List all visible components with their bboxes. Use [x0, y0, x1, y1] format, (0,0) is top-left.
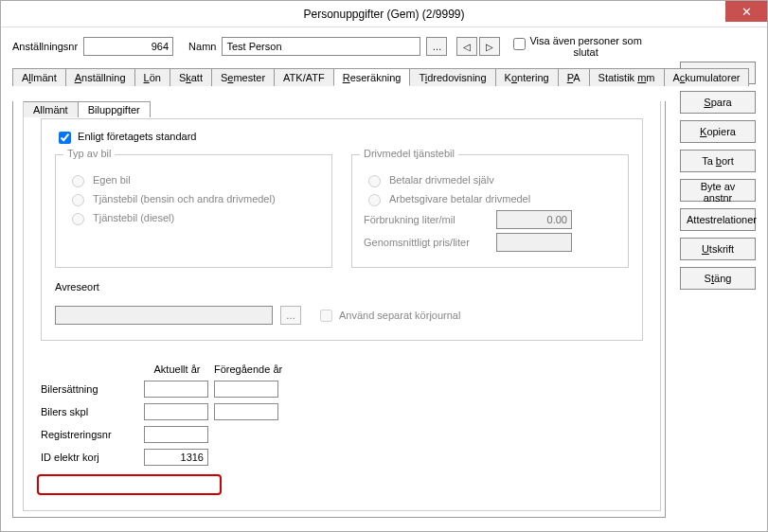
id-elektr-korj-input[interactable]	[144, 449, 208, 466]
main-tabs: Allmänt Anställning Lön Skatt Semester A…	[12, 67, 666, 86]
avreseort-label: Avreseort	[55, 281, 629, 293]
foregaende-ar-label: Föregående år	[214, 364, 280, 375]
tab-statistik[interactable]: Statistik mm	[589, 68, 665, 86]
aktuellt-ar-label: Aktuellt år	[144, 364, 210, 375]
registreringsnr-input[interactable]	[144, 426, 208, 443]
separat-korjournal-checkbox	[320, 310, 332, 322]
stang-button[interactable]: Stäng	[680, 267, 756, 290]
registreringsnr-label: Registreringsnr	[41, 429, 140, 440]
visa-label-2: slutat	[529, 46, 641, 58]
visa-label-1: Visa även personer som	[529, 35, 641, 46]
forbrukning-input	[496, 210, 572, 229]
avreseort-lookup-button: …	[280, 306, 301, 325]
main-panel: Allmänt Biluppgifter Enligt företagets s…	[12, 101, 666, 518]
genomsnitt-label: Genomsnittligt pris/liter	[364, 237, 487, 248]
highlight-box	[37, 474, 222, 495]
tab-pa[interactable]: PA	[558, 68, 590, 86]
kopiera-button[interactable]: Kopiera	[680, 120, 756, 143]
inner-panel: Enligt företagets standard Typ av bil Eg…	[23, 101, 661, 511]
window-title: Personuppgifter (Gem) (2/9999)	[303, 8, 464, 21]
visa-personer-group: Visa även personer som slutat	[509, 35, 641, 58]
betalar-sjalv-label: Betalar drivmedel själv	[389, 174, 494, 186]
forbrukning-label: Förbrukning liter/mil	[364, 214, 487, 225]
bottom-grid: Aktuellt år Föregående år Bilersättning …	[41, 364, 643, 466]
tjanstebil-diesel-label: Tjänstebil (diesel)	[93, 212, 174, 223]
bilersattning-aktuellt-input[interactable]	[144, 381, 208, 398]
tab-ackumulatorer[interactable]: Ackumulatorer	[664, 68, 750, 86]
tab-lon[interactable]: Lön	[134, 68, 170, 86]
tab-tidredovisning[interactable]: Tidredovisning	[409, 68, 495, 86]
tjanstebil-bensin-radio	[72, 194, 84, 206]
tjanstebil-bensin-label: Tjänstebil (bensin och andra drivmedel)	[93, 193, 276, 204]
attestrelationer-button[interactable]: Attestrelationer	[680, 208, 756, 231]
tab-semester[interactable]: Semester	[211, 68, 275, 86]
prev-button[interactable]: ◁	[456, 37, 477, 56]
tab-reserakning[interactable]: Reseräkning	[333, 68, 411, 86]
byte-anstnr-button[interactable]: Byte av anstnr	[680, 179, 756, 202]
separat-korjournal-label: Använd separat körjournal	[339, 310, 460, 321]
triangle-right-icon: ▷	[486, 42, 493, 52]
tab-allmant[interactable]: Allmänt	[12, 68, 66, 86]
genomsnitt-input	[496, 233, 572, 252]
window: Personuppgifter (Gem) (2/9999) ✕ Anställ…	[0, 0, 768, 532]
betalar-sjalv-radio	[368, 175, 381, 187]
bilers-skpl-foregaende-input[interactable]	[214, 403, 278, 420]
enligt-std-checkbox[interactable]	[59, 132, 71, 144]
triangle-left-icon: ◁	[463, 42, 471, 52]
tab-skatt[interactable]: Skatt	[170, 68, 212, 86]
enligt-std-label: Enligt företagets standard	[78, 131, 196, 142]
close-button[interactable]: ✕	[725, 1, 767, 22]
tabort-button[interactable]: Ta bort	[680, 150, 756, 172]
typ-av-bil-legend: Typ av bil	[63, 148, 115, 159]
titlebar: Personuppgifter (Gem) (2/9999) ✕	[1, 1, 767, 27]
bilersattning-label: Bilersättning	[41, 383, 140, 395]
bilersattning-foregaende-input[interactable]	[214, 381, 278, 398]
separat-korjournal-group: Använd separat körjournal	[316, 307, 460, 325]
content: Anställningsnr Namn … ◁ ▷ Visa även pers…	[1, 27, 767, 531]
bil-settings-box: Enligt företagets standard Typ av bil Eg…	[41, 118, 643, 341]
header-row: Anställningsnr Namn … ◁ ▷ Visa även pers…	[12, 35, 756, 58]
namn-label: Namn	[188, 41, 216, 52]
id-elektr-korj-label: ID elektr korj	[41, 452, 140, 463]
typ-av-bil-fieldset: Typ av bil Egen bil Tjänstebil (bensin o…	[55, 154, 332, 268]
close-icon: ✕	[741, 5, 752, 19]
anstallningsnr-input[interactable]	[83, 37, 173, 56]
anstallningsnr-label: Anställningsnr	[12, 41, 78, 52]
visa-personer-checkbox[interactable]	[513, 38, 526, 50]
bilers-skpl-aktuellt-input[interactable]	[144, 403, 208, 420]
bilers-skpl-label: Bilers skpl	[41, 406, 140, 417]
spara-button[interactable]: Spara	[680, 91, 756, 114]
utskrift-button[interactable]: Utskrift	[680, 238, 756, 260]
namn-input[interactable]	[222, 37, 420, 56]
arbetsgivare-betalar-radio	[368, 194, 381, 206]
action-buttons: Ny Spara Kopiera Ta bort Byte av anstnr …	[680, 62, 756, 290]
tab-kontering[interactable]: Kontering	[495, 68, 559, 86]
egen-bil-label: Egen bil	[93, 174, 131, 186]
avreseort-input	[55, 306, 273, 325]
enligt-std-row: Enligt företagets standard	[55, 129, 629, 147]
tab-atk[interactable]: ATK/ATF	[274, 68, 334, 86]
tab-anstallning[interactable]: Anställning	[65, 68, 135, 86]
next-button[interactable]: ▷	[479, 37, 500, 56]
egen-bil-radio	[72, 175, 84, 187]
drivmedel-legend: Drivmedel tjänstebil	[360, 148, 458, 159]
drivmedel-fieldset: Drivmedel tjänstebil Betalar drivmedel s…	[351, 154, 629, 268]
arbetsgivare-betalar-label: Arbetsgivare betalar drivmedel	[389, 193, 530, 204]
namn-lookup-button[interactable]: …	[426, 37, 447, 56]
tjanstebil-diesel-radio	[72, 213, 84, 225]
